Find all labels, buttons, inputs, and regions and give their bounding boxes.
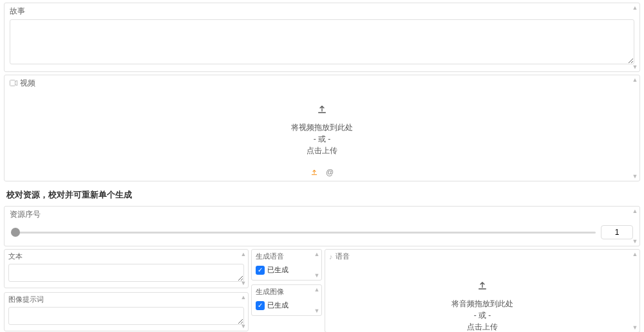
gen-image-caret-down[interactable] — [314, 308, 320, 314]
gen-voice-panel: 生成语音 ✓ 已生成 — [251, 249, 322, 281]
video-drop-line2: 点击上传 — [307, 145, 337, 156]
slider-track — [11, 232, 596, 234]
video-drop-or: - 或 - — [314, 133, 331, 145]
gen-image-caret-up[interactable] — [314, 286, 320, 293]
col-mid: 生成语音 ✓ 已生成 生成图像 ✓ 已生成 — [251, 249, 322, 332]
resource-caret-up[interactable] — [632, 208, 638, 214]
story-textarea[interactable] — [10, 19, 634, 64]
gen-voice-caret-down[interactable] — [314, 272, 320, 279]
prompt-caret-up[interactable] — [240, 294, 247, 300]
video-icon — [10, 80, 17, 88]
upload-icon — [476, 279, 489, 294]
prompt-label: 图像提示词 — [5, 293, 248, 306]
audio-panel: ♪ 语音 将音频拖放到此处 - 或 - 点击上传 — [325, 249, 640, 332]
video-caret-up[interactable] — [632, 77, 638, 83]
gen-voice-checkbox[interactable]: ✓ — [256, 266, 265, 275]
resource-caret-down[interactable] — [632, 238, 638, 244]
video-panel: 视频 将视频拖放到此处 - 或 - 点击上传 @ — [4, 75, 640, 181]
prompt-panel: 图像提示词 — [4, 292, 249, 331]
col-right: ♪ 语音 将音频拖放到此处 - 或 - 点击上传 — [325, 249, 640, 332]
gen-voice-chk-label: 已生成 — [267, 265, 289, 275]
story-caret-up[interactable] — [632, 5, 638, 11]
bottom-row: 文本 图像提示词 生成语音 ✓ 已生成 生成图像 ✓ 已生成 — [4, 249, 640, 332]
upload-action-icon[interactable] — [310, 168, 319, 177]
text-textarea[interactable] — [8, 264, 244, 282]
audio-drop-line2: 点击上传 — [467, 321, 498, 332]
story-panel: 故事 — [4, 3, 640, 72]
audio-drop-line1: 将音频拖放到此处 — [451, 298, 513, 309]
mention-action-icon[interactable]: @ — [325, 168, 334, 177]
resource-index-value[interactable] — [601, 225, 633, 239]
text-caret-up[interactable] — [240, 251, 247, 257]
gen-image-checkbox[interactable]: ✓ — [256, 301, 265, 310]
resource-index-slider[interactable] — [11, 230, 596, 234]
video-label-text: 视频 — [20, 78, 35, 89]
slider-thumb[interactable] — [11, 228, 20, 237]
audio-label-text: 语音 — [336, 252, 350, 261]
text-label: 文本 — [5, 250, 248, 263]
video-dropzone[interactable]: 将视频拖放到此处 - 或 - 点击上传 — [5, 90, 639, 165]
gen-voice-caret-up[interactable] — [314, 251, 320, 257]
music-icon: ♪ — [329, 253, 333, 261]
svg-rect-0 — [10, 80, 15, 86]
col-left: 文本 图像提示词 — [4, 249, 249, 332]
section-title: 校对资源，校对并可重新单个生成 — [0, 184, 644, 203]
resource-index-label: 资源序号 — [5, 207, 639, 221]
prompt-caret-down[interactable] — [240, 323, 247, 329]
video-caret-down[interactable] — [632, 173, 638, 180]
audio-caret-up[interactable] — [632, 251, 638, 257]
prompt-textarea[interactable] — [8, 307, 244, 325]
gen-voice-label: 生成语音 — [252, 250, 321, 263]
audio-dropzone[interactable]: 将音频拖放到此处 - 或 - 点击上传 — [325, 263, 639, 332]
video-label: 视频 — [5, 75, 639, 90]
video-drop-line1: 将视频拖放到此处 — [291, 122, 353, 133]
gen-image-chk-label: 已生成 — [267, 300, 289, 310]
audio-caret-down[interactable] — [632, 324, 638, 331]
resource-index-panel: 资源序号 — [4, 206, 640, 246]
text-caret-down[interactable] — [240, 280, 247, 286]
audio-label: ♪ 语音 — [325, 250, 639, 263]
story-label: 故事 — [5, 3, 639, 18]
gen-image-label: 生成图像 — [252, 285, 321, 298]
upload-icon — [316, 103, 328, 118]
audio-drop-or: - 或 - — [474, 309, 491, 321]
gen-image-panel: 生成图像 ✓ 已生成 — [251, 284, 322, 316]
text-panel: 文本 — [4, 249, 249, 288]
story-caret-down[interactable] — [632, 64, 638, 70]
video-actions: @ — [5, 165, 639, 181]
